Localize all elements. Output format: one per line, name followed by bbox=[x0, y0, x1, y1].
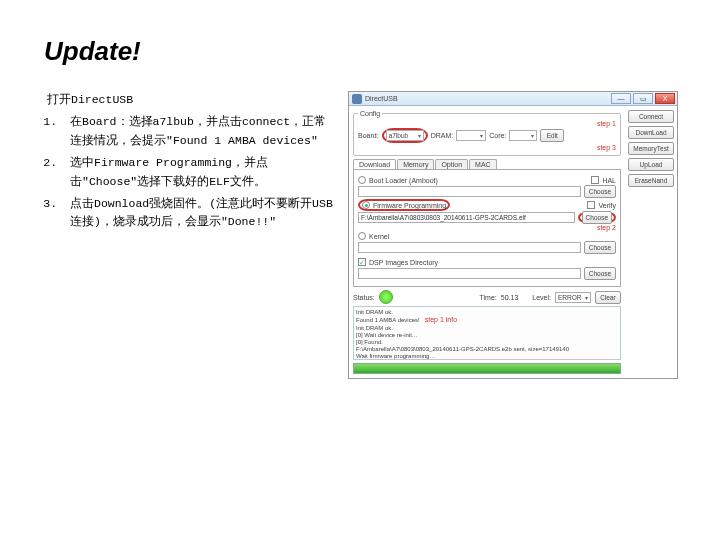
erasenand-button[interactable]: EraseNand bbox=[628, 174, 674, 187]
app-icon bbox=[352, 94, 362, 104]
close-button[interactable]: X bbox=[655, 93, 675, 104]
log-line: Found 1 AMBA devices! step 1 info bbox=[356, 316, 618, 324]
config-legend: Config bbox=[358, 110, 382, 117]
titlebar[interactable]: DirectUSB — ▭ X bbox=[349, 92, 677, 106]
kernel-choose-button[interactable]: Choose bbox=[584, 241, 616, 254]
level-combo[interactable]: ERROR bbox=[555, 292, 591, 303]
step-2: 选中Firmware Programming，并点击"Choose"选择下载好的… bbox=[64, 154, 334, 191]
kernel-path[interactable] bbox=[358, 242, 581, 253]
firmware-label: Firmware Programming bbox=[373, 202, 446, 209]
kernel-radio[interactable] bbox=[358, 232, 366, 240]
log-line: Wait firmware programming… bbox=[356, 353, 618, 360]
bootloader-radio[interactable] bbox=[358, 176, 366, 184]
log-area[interactable]: Init DRAM ok. Found 1 AMBA devices! step… bbox=[353, 306, 621, 360]
log-line: F:\Ambarella\A7\0803\0803_20140611-GPS-2… bbox=[356, 346, 618, 353]
kernel-label: Kernel bbox=[369, 233, 389, 240]
annot-step1: step 1 bbox=[597, 120, 616, 127]
upload-button[interactable]: UpLoad bbox=[628, 158, 674, 171]
dram-label: DRAM: bbox=[431, 132, 454, 139]
dram-combo[interactable] bbox=[456, 130, 486, 141]
app-window: DirectUSB — ▭ X Config step 1 Board: bbox=[348, 91, 678, 379]
bootloader-path[interactable] bbox=[358, 186, 581, 197]
firmware-highlight: Firmware Programming bbox=[358, 199, 450, 211]
dsp-label: DSP Images Directory bbox=[369, 259, 438, 266]
tab-memory[interactable]: Memory bbox=[397, 159, 434, 169]
dsp-path[interactable] bbox=[358, 268, 581, 279]
annot-step1info: step 1 info bbox=[425, 316, 457, 323]
board-highlight: a7lbub bbox=[382, 128, 428, 143]
tab-option[interactable]: Option bbox=[435, 159, 468, 169]
progress-bar bbox=[353, 363, 621, 374]
download-button[interactable]: DownLoad bbox=[628, 126, 674, 139]
board-label: Board: bbox=[358, 132, 379, 139]
status-indicator bbox=[379, 290, 393, 304]
bootloader-label: Boot Loader (Amboot) bbox=[369, 177, 438, 184]
tab-strip: Download Memory Option MAC bbox=[353, 159, 621, 170]
verify-check[interactable] bbox=[587, 201, 595, 209]
clear-button[interactable]: Clear bbox=[595, 291, 621, 304]
hal-check[interactable] bbox=[591, 176, 599, 184]
level-label: Level: bbox=[532, 294, 551, 301]
action-rail: Connect DownLoad MemoryTest UpLoad Erase… bbox=[625, 106, 677, 378]
status-label: Status: bbox=[353, 294, 375, 301]
download-panel: Boot Loader (Amboot) HAL Choose bbox=[353, 170, 621, 287]
log-line: Init DRAM ok. bbox=[356, 309, 618, 316]
time-value: 50.13 bbox=[501, 294, 519, 301]
log-line: Init DRAM ok. bbox=[356, 325, 618, 332]
time-label: Time: bbox=[480, 294, 497, 301]
verify-label: Verify bbox=[598, 202, 616, 209]
config-group: Config step 1 Board: a7lbub DRAM: Core: … bbox=[353, 110, 621, 156]
firmware-path[interactable]: F:\Ambarella\A7\0803\0803_20140611-GPS-2… bbox=[358, 212, 575, 223]
hal-label: HAL bbox=[602, 177, 616, 184]
firmware-choose-button[interactable]: Choose bbox=[582, 211, 612, 224]
tab-download[interactable]: Download bbox=[353, 159, 396, 169]
window-title: DirectUSB bbox=[365, 95, 398, 102]
step-3: 点击Download强烧固件。(注意此时不要断开USB连接)，烧录成功后，会显示… bbox=[64, 195, 334, 232]
edit-button[interactable]: Edit bbox=[540, 129, 564, 142]
intro-text: 打开DirectUSB bbox=[47, 91, 334, 109]
annot-step2: step 2 bbox=[597, 224, 616, 231]
board-combo[interactable]: a7lbub bbox=[386, 130, 424, 141]
log-line: [0] Found. bbox=[356, 339, 618, 346]
connect-button[interactable]: Connect bbox=[628, 110, 674, 123]
dsp-choose-button[interactable]: Choose bbox=[584, 267, 616, 280]
memorytest-button[interactable]: MemoryTest bbox=[628, 142, 674, 155]
dsp-check[interactable] bbox=[358, 258, 366, 266]
annot-step3: step 3 bbox=[597, 144, 616, 151]
tab-mac[interactable]: MAC bbox=[469, 159, 497, 169]
page-title: Update! bbox=[44, 36, 680, 67]
firmware-radio[interactable] bbox=[362, 201, 370, 209]
choose-highlight: Choose bbox=[578, 212, 616, 223]
minimize-button[interactable]: — bbox=[611, 93, 631, 104]
log-line: [0] Wait device re-init… bbox=[356, 332, 618, 339]
maximize-button[interactable]: ▭ bbox=[633, 93, 653, 104]
core-combo[interactable] bbox=[509, 130, 537, 141]
instructions: 打开DirectUSB 在Board：选择a7lbub，并点击connect，正… bbox=[44, 91, 334, 379]
bootloader-choose-button[interactable]: Choose bbox=[584, 185, 616, 198]
step-1: 在Board：选择a7lbub，并点击connect，正常连接情况，会提示"Fo… bbox=[64, 113, 334, 150]
core-label: Core: bbox=[489, 132, 506, 139]
